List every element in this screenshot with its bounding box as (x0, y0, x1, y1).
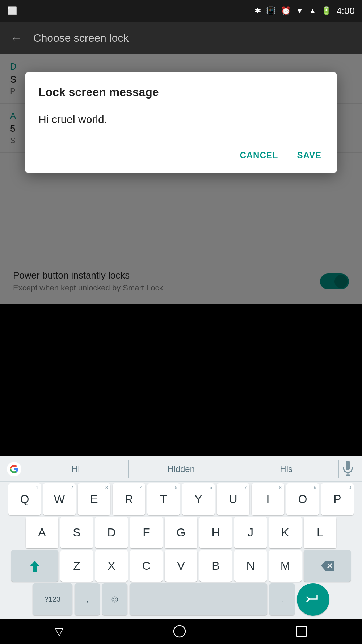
emoji-key[interactable]: ☺ (102, 583, 127, 615)
key-q[interactable]: Q1 (8, 483, 41, 515)
wifi-icon: ▼ (296, 6, 304, 16)
sym-key[interactable]: ?123 (33, 583, 72, 615)
key-o[interactable]: O9 (286, 483, 319, 515)
svg-rect-1 (346, 461, 350, 470)
key-p[interactable]: P0 (321, 483, 354, 515)
svg-rect-9 (296, 626, 307, 636)
key-f[interactable]: F (130, 517, 163, 548)
comma-key[interactable]: , (75, 583, 100, 615)
dialog-title: Lock screen message (38, 85, 324, 99)
keyboard-row-2: A S D F G H J K L (2, 517, 360, 548)
suggestion-his[interactable]: His (233, 456, 339, 481)
key-t[interactable]: T5 (147, 483, 180, 515)
dialog-input-wrapper (38, 112, 324, 129)
svg-marker-4 (30, 561, 40, 571)
home-nav-button[interactable] (173, 625, 186, 638)
key-m[interactable]: M (269, 550, 302, 582)
save-button[interactable]: SAVE (295, 147, 324, 164)
suggestion-hidden[interactable]: Hidden (129, 456, 234, 481)
back-button[interactable]: ← (10, 31, 22, 45)
key-x[interactable]: X (95, 550, 128, 582)
key-k[interactable]: K (269, 517, 302, 548)
key-z[interactable]: Z (60, 550, 93, 582)
suggestions-bar: Hi Hidden His (0, 456, 362, 482)
suggestion-hi[interactable]: Hi (23, 456, 129, 481)
lock-screen-message-dialog: Lock screen message CANCEL SAVE (25, 72, 337, 173)
status-time: 4:00 (336, 5, 355, 17)
gallery-icon: ⬜ (7, 6, 17, 16)
vibrate-icon: 📳 (266, 6, 276, 16)
mic-icon[interactable] (339, 460, 357, 478)
svg-rect-5 (33, 570, 37, 572)
dialog-actions: CANCEL SAVE (38, 147, 324, 164)
key-v[interactable]: V (165, 550, 197, 582)
key-n[interactable]: N (234, 550, 267, 582)
key-l[interactable]: L (304, 517, 336, 548)
app-bar-title: Choose screen lock (33, 32, 129, 44)
signal-icon: ▲ (309, 6, 317, 16)
back-nav-button[interactable]: ▽ (55, 625, 63, 638)
alarm-icon: ⏰ (281, 6, 291, 16)
lock-screen-message-input[interactable] (38, 112, 324, 129)
key-g[interactable]: G (165, 517, 197, 548)
key-i[interactable]: I8 (252, 483, 284, 515)
app-bar: ← Choose screen lock (0, 22, 362, 54)
keyboard-rows: Q1 W2 E3 R4 T5 Y6 U7 I8 O9 P0 A S D F G … (0, 482, 362, 619)
status-bar-left: ⬜ (7, 6, 17, 16)
cancel-button[interactable]: CANCEL (237, 147, 280, 164)
key-a[interactable]: A (26, 517, 58, 548)
key-y[interactable]: Y6 (182, 483, 215, 515)
svg-point-8 (174, 626, 185, 637)
key-h[interactable]: H (199, 517, 232, 548)
key-c[interactable]: C (130, 550, 163, 582)
recent-nav-button[interactable] (296, 626, 307, 637)
bottom-nav: ▽ (0, 619, 362, 644)
keyboard: Hi Hidden His Q1 W2 E3 R4 T5 Y6 U7 I8 O9… (0, 456, 362, 619)
keyboard-row-4: ?123 , ☺ . (2, 583, 360, 616)
key-w[interactable]: W2 (43, 483, 76, 515)
shift-key[interactable] (11, 550, 58, 582)
status-bar-right: ✱ 📳 ⏰ ▼ ▲ 🔋 4:00 (254, 5, 355, 17)
status-bar: ⬜ ✱ 📳 ⏰ ▼ ▲ 🔋 4:00 (0, 0, 362, 22)
enter-key[interactable] (297, 583, 329, 616)
key-u[interactable]: U7 (217, 483, 249, 515)
bluetooth-icon: ✱ (254, 6, 261, 16)
space-key[interactable] (130, 583, 267, 615)
main-content: D S P A 5 S Power button instantly locks… (0, 54, 362, 304)
period-key[interactable]: . (269, 583, 295, 615)
battery-icon: 🔋 (321, 6, 331, 16)
key-s[interactable]: S (60, 517, 93, 548)
backspace-key[interactable] (304, 550, 351, 582)
keyboard-row-1: Q1 W2 E3 R4 T5 Y6 U7 I8 O9 P0 (2, 483, 360, 515)
key-b[interactable]: B (199, 550, 232, 582)
google-logo (5, 460, 23, 478)
key-j[interactable]: J (234, 517, 267, 548)
keyboard-row-3: Z X C V B N M (2, 550, 360, 582)
key-d[interactable]: D (95, 517, 128, 548)
key-e[interactable]: E3 (78, 483, 110, 515)
key-r[interactable]: R4 (113, 483, 145, 515)
